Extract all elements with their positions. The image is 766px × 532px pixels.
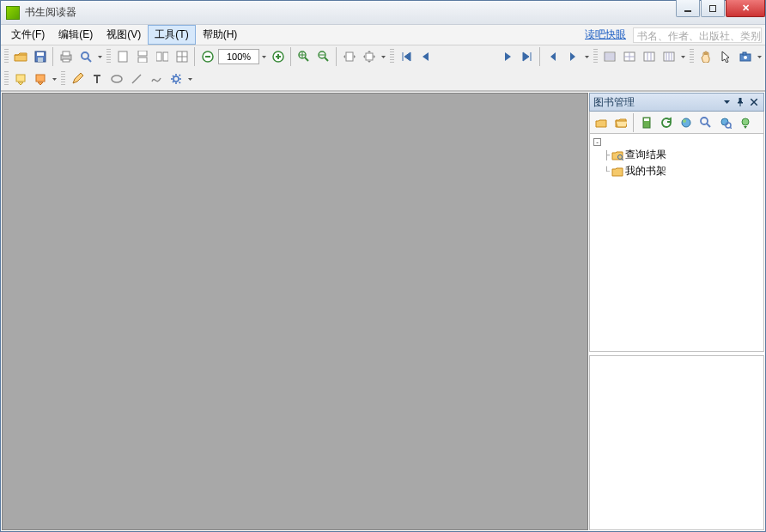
minimize-button[interactable]: [676, 0, 700, 17]
pointer-tool-button[interactable]: [716, 47, 735, 66]
panel-pin-button[interactable]: [734, 96, 746, 108]
svg-rect-2: [38, 57, 43, 62]
page-facing-button[interactable]: [153, 47, 172, 66]
zoom-dropdown[interactable]: [260, 47, 268, 66]
svg-rect-11: [163, 52, 168, 61]
snapshot-tool-button[interactable]: [736, 47, 755, 66]
menu-view[interactable]: 视图(V): [100, 25, 148, 45]
freehand-tool-button[interactable]: [147, 70, 166, 88]
svg-point-32: [682, 118, 690, 127]
maximize-button[interactable]: [701, 0, 725, 17]
panel-header: 图书管理: [589, 93, 764, 112]
nav-back-button[interactable]: [544, 47, 562, 66]
toolbar-overflow[interactable]: [51, 70, 58, 88]
toolbar-grip[interactable]: [4, 71, 9, 87]
tree-item-label: 查询结果: [625, 148, 666, 162]
magnify-out-button[interactable]: [314, 47, 333, 66]
tree-connector: └: [604, 166, 610, 176]
toolbar-grip[interactable]: [106, 49, 111, 64]
text-tool-button[interactable]: [88, 70, 106, 88]
panel-title: 图书管理: [593, 95, 719, 110]
panel-folder-button[interactable]: [611, 113, 630, 132]
open-button[interactable]: [11, 47, 30, 66]
fit-page-button[interactable]: [360, 47, 379, 66]
zoom-in-button[interactable]: [269, 47, 288, 66]
tree-collapse-icon[interactable]: -: [593, 138, 601, 146]
read-link[interactable]: 读吧快眼: [585, 27, 626, 42]
save-button[interactable]: [31, 47, 50, 66]
search-input[interactable]: 书名、作者、出版社、类别等: [633, 27, 762, 43]
nav-forward-button[interactable]: [563, 47, 582, 66]
tree-item-my-shelf[interactable]: └ 我的书架: [604, 163, 762, 179]
annotation1-button[interactable]: [11, 70, 30, 88]
separator: [51, 47, 56, 66]
toolbar-grip[interactable]: [61, 71, 65, 87]
folder-icon: [611, 166, 623, 178]
toolbar-overflow[interactable]: [583, 47, 591, 66]
annotation2-button[interactable]: [31, 70, 50, 88]
menu-help[interactable]: 帮助(H): [196, 25, 245, 45]
preview-button[interactable]: [76, 47, 95, 66]
menu-tools[interactable]: 工具(T): [148, 25, 195, 45]
toolbar-overflow[interactable]: [679, 47, 687, 66]
tree-item-search-results[interactable]: ├ 查询结果: [604, 147, 762, 163]
settings-button[interactable]: [167, 70, 185, 88]
line-tool-button[interactable]: [127, 70, 146, 88]
toolbar-overflow[interactable]: [756, 47, 763, 66]
panel-refresh-button[interactable]: [657, 113, 676, 132]
svg-rect-31: [644, 118, 649, 121]
pencil-tool-button[interactable]: [68, 70, 87, 88]
toolbar-grip[interactable]: [593, 49, 598, 64]
search-folder-icon: [611, 149, 623, 161]
hand-tool-button[interactable]: [696, 47, 715, 66]
toolbar-overflow[interactable]: [96, 47, 104, 66]
zoom-out-button[interactable]: [198, 47, 217, 66]
magnify-in-button[interactable]: [295, 47, 313, 66]
panel-search-button[interactable]: [696, 113, 715, 132]
svg-rect-9: [138, 57, 147, 63]
svg-rect-7: [119, 51, 127, 62]
panel-menu-button[interactable]: [720, 96, 733, 108]
panel-open-button[interactable]: [592, 113, 611, 132]
tree-root[interactable]: -: [592, 137, 762, 147]
ellipse-tool-button[interactable]: [107, 70, 126, 88]
svg-rect-5: [63, 59, 70, 62]
panel-close-button[interactable]: [748, 96, 760, 108]
panel-web-button[interactable]: [677, 113, 696, 132]
toolbar-overflow[interactable]: [186, 70, 194, 88]
layout1-button[interactable]: [600, 47, 619, 66]
toolbar-grip[interactable]: [390, 49, 394, 64]
tree-view[interactable]: - ├ 查询结果 └ 我的书架: [589, 134, 764, 352]
separator: [334, 47, 339, 66]
panel-book-button[interactable]: [637, 113, 656, 132]
svg-rect-1: [37, 52, 44, 56]
layout4-button[interactable]: [660, 47, 678, 66]
next-page-button[interactable]: [498, 47, 517, 66]
svg-point-35: [721, 118, 728, 125]
print-button[interactable]: [57, 47, 76, 66]
first-page-button[interactable]: [397, 47, 416, 66]
menu-edit[interactable]: 编辑(E): [52, 25, 100, 45]
layout3-button[interactable]: [640, 47, 659, 66]
last-page-button[interactable]: [518, 47, 537, 66]
toolbar-overflow[interactable]: [380, 47, 387, 66]
layout2-button[interactable]: [620, 47, 639, 66]
zoom-input[interactable]: 100%: [218, 49, 259, 64]
menu-file[interactable]: 文件(F): [4, 25, 52, 45]
app-title: 书生阅读器: [25, 5, 76, 20]
window-controls: ✕: [675, 0, 765, 17]
page-continuous-facing-button[interactable]: [173, 47, 192, 66]
toolbar-grip[interactable]: [4, 49, 9, 64]
panel-globe-search-button[interactable]: [716, 113, 735, 132]
svg-point-6: [82, 52, 88, 59]
panel-download-button[interactable]: [736, 113, 755, 132]
tree-connector: ├: [604, 150, 610, 160]
svg-point-33: [683, 119, 686, 123]
separator: [289, 47, 294, 66]
fit-width-button[interactable]: [340, 47, 359, 66]
toolbar-grip[interactable]: [690, 49, 694, 64]
prev-page-button[interactable]: [416, 47, 435, 66]
page-continuous-button[interactable]: [133, 47, 152, 66]
close-button[interactable]: ✕: [726, 0, 765, 17]
page-single-button[interactable]: [113, 47, 132, 66]
